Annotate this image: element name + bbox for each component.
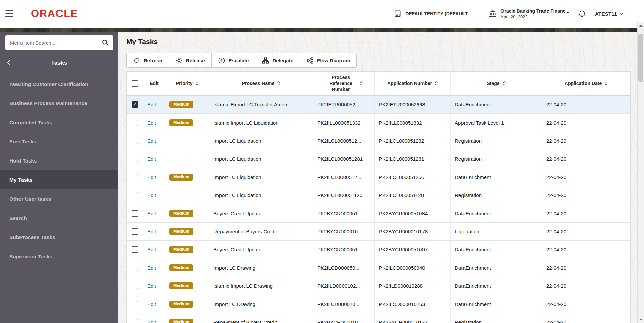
row-checkbox[interactable] — [132, 210, 138, 217]
priority-cell: Medium — [165, 96, 209, 113]
priority-badge: Medium — [169, 319, 193, 323]
table-row[interactable]: EditMediumImport LC LiquidationPK2ILCL00… — [127, 168, 630, 186]
sort-icon[interactable] — [360, 81, 363, 86]
page-title: My Tasks — [126, 38, 631, 46]
process-reference-number-cell: PK2ILCL0000512... — [313, 168, 375, 186]
row-checkbox-cell: ✓ — [127, 96, 143, 113]
table-row[interactable]: EditMediumRepayment of Buyers CreditPK2B… — [127, 313, 630, 323]
search-icon[interactable] — [102, 39, 109, 46]
sidebar-item-free-tasks[interactable]: Free Tasks — [0, 132, 118, 151]
entity-selector[interactable]: DEFAULTENTITY (DEFAULT... — [394, 10, 471, 18]
notifications-bell-icon[interactable] — [578, 10, 586, 18]
row-checkbox[interactable]: ✓ — [132, 101, 138, 108]
table-row[interactable]: EditMediumRepayment of Buyers CreditPK2B… — [127, 223, 630, 241]
stage-cell: DataEnrichment — [451, 277, 542, 295]
row-checkbox[interactable] — [132, 174, 138, 180]
priority-cell: Medium — [165, 259, 209, 277]
sidebar-item-other-user-tasks[interactable]: Other User tasks — [0, 189, 118, 209]
sort-icon[interactable] — [604, 81, 608, 86]
scrollbar-thumb[interactable] — [638, 34, 643, 82]
bank-name: Oracle Banking Trade Financ... — [500, 8, 569, 14]
edit-link[interactable]: Edit — [147, 319, 156, 323]
column-header-application-number[interactable]: Application Number — [375, 72, 451, 95]
column-header-process-name[interactable]: Process Name — [209, 72, 313, 95]
hamburger-menu-icon[interactable] — [5, 10, 15, 18]
table-row[interactable]: EditMediumImport LC DrawingPK2ILCD000010… — [127, 295, 630, 313]
process-name-cell: Repayment of Buyers Credit — [209, 313, 313, 323]
row-checkbox[interactable] — [132, 228, 138, 235]
table-row[interactable]: EditMediumBuyers Credit UpdatePK2BYCR000… — [127, 204, 630, 223]
row-checkbox[interactable] — [132, 138, 138, 144]
edit-cell: Edit — [143, 241, 165, 259]
scroll-up-arrow-icon[interactable] — [638, 22, 644, 29]
priority-badge: Medium — [169, 282, 193, 289]
edit-link[interactable]: Edit — [147, 301, 156, 307]
column-header-priority[interactable]: Priority — [165, 72, 209, 95]
row-checkbox[interactable] — [132, 265, 138, 271]
select-all-checkbox[interactable] — [132, 80, 138, 87]
process-name-cell: Import LC Liquidation — [209, 132, 313, 150]
escalate-button[interactable]: Escalate — [211, 53, 256, 68]
edit-link[interactable]: Edit — [147, 247, 156, 252]
toolbar: Refresh Release Escalate — [126, 53, 631, 68]
column-header-stage[interactable]: Stage — [451, 72, 542, 95]
process-name-cell: Repayment of Buyers Credit — [209, 223, 313, 240]
edit-link[interactable]: Edit — [147, 211, 156, 216]
table-row[interactable]: ✓EditMediumIslamic Export LC Transfer Am… — [127, 96, 630, 114]
row-checkbox-cell — [127, 223, 143, 240]
priority-badge: Medium — [169, 264, 193, 271]
edit-link[interactable]: Edit — [147, 192, 156, 198]
column-header-process-reference-number[interactable]: Process Reference Number — [313, 72, 375, 95]
table-row[interactable]: EditMediumImport LC DrawingPK2ILCD000050… — [127, 259, 630, 277]
edit-link[interactable]: Edit — [147, 138, 156, 144]
vertical-scrollbar[interactable] — [637, 22, 644, 323]
column-header-application-date[interactable]: Application Date — [542, 72, 630, 95]
row-checkbox[interactable] — [132, 156, 138, 162]
edit-link[interactable]: Edit — [147, 265, 156, 271]
menu-search-input[interactable] — [5, 35, 113, 50]
sidebar-item-subprocess-tasks[interactable]: SubProcess Tasks — [0, 228, 118, 247]
sort-icon[interactable] — [502, 81, 506, 86]
table-row[interactable]: EditImport LC LiquidationPK2ILCL00005112… — [127, 186, 630, 204]
refresh-button[interactable]: Refresh — [126, 53, 169, 68]
process-name-cell: Import LC Liquidation — [209, 150, 313, 168]
table-row[interactable]: EditMediumBuyers Credit UpdatePK2BYCR000… — [127, 241, 630, 259]
sidebar-item-completed-tasks[interactable]: Completed Tasks — [0, 113, 118, 132]
delegate-button[interactable]: Delegate — [255, 53, 300, 68]
edit-link[interactable]: Edit — [147, 156, 156, 162]
user-menu[interactable]: ATEST11 — [595, 11, 635, 17]
table-row[interactable]: EditImport LC LiquidationPK2ILCL00005128… — [127, 150, 630, 168]
edit-link[interactable]: Edit — [147, 283, 156, 289]
sidebar-item-business-process-maintenance[interactable]: Business Process Maintenance — [0, 94, 118, 113]
release-button[interactable]: Release — [169, 53, 212, 68]
edit-link[interactable]: Edit — [147, 229, 156, 234]
edit-link[interactable]: Edit — [147, 120, 156, 126]
edit-cell: Edit — [143, 96, 165, 113]
row-checkbox[interactable] — [132, 301, 138, 307]
edit-link[interactable]: Edit — [147, 174, 156, 180]
application-number-cell: PK2ILCL000051120 — [375, 186, 451, 204]
row-checkbox[interactable] — [132, 246, 138, 253]
edit-link[interactable]: Edit — [147, 102, 156, 107]
row-checkbox[interactable] — [132, 192, 138, 198]
sidebar-item-my-tasks[interactable]: My Tasks — [0, 170, 118, 189]
sidebar-item-supervisor-tasks[interactable]: Supervisor Tasks — [0, 247, 118, 266]
row-checkbox[interactable] — [132, 283, 138, 289]
scroll-down-arrow-icon[interactable] — [638, 316, 644, 323]
application-number-cell: PK2BYCR000010177 — [375, 313, 451, 323]
row-checkbox[interactable] — [132, 120, 138, 126]
sort-icon[interactable] — [435, 81, 438, 86]
flow-diagram-button[interactable]: Flow Diagram — [300, 53, 357, 68]
sidebar-item-search[interactable]: Search — [0, 209, 118, 228]
stage-cell: Registration — [451, 186, 542, 204]
sidebar-item-awaiting-customer-clarification[interactable]: Awaiting Customer Clarification — [0, 75, 118, 94]
table-row[interactable]: EditMediumIslamic Import LC LiquidationP… — [127, 114, 630, 132]
table-row[interactable]: EditImport LC LiquidationPK2ILCL0000512.… — [127, 132, 630, 150]
sort-icon[interactable] — [277, 81, 280, 86]
table-row[interactable]: EditMediumIslamic Import LC DrawingPK2II… — [127, 277, 630, 295]
row-checkbox[interactable] — [132, 319, 138, 323]
sort-icon[interactable] — [195, 81, 199, 86]
priority-badge: Medium — [169, 228, 193, 235]
chevron-left-icon[interactable] — [7, 59, 11, 67]
sidebar-item-hold-tasks[interactable]: Hold Tasks — [0, 151, 118, 170]
